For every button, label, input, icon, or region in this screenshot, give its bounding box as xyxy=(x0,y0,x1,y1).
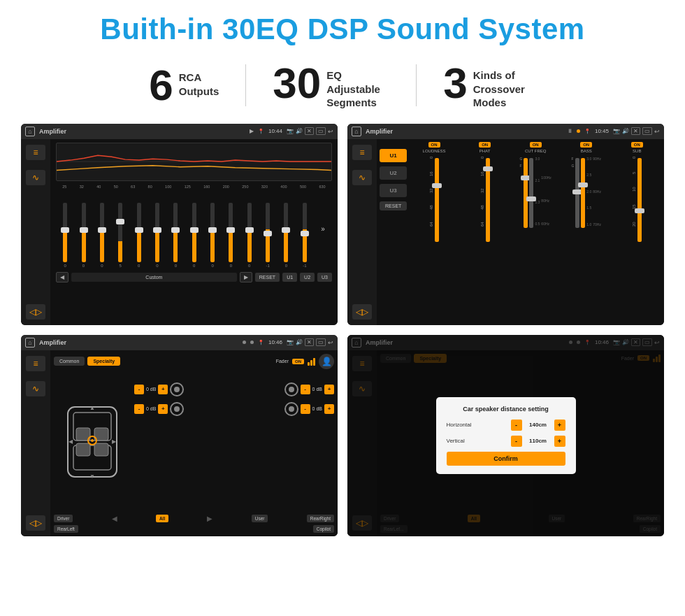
eq-mode-label[interactable]: Custom xyxy=(71,273,237,282)
bottom-right-speaker-control: - 0 dB + xyxy=(284,402,334,416)
amp-u2-btn[interactable]: U2 xyxy=(380,166,407,180)
bottom-right-db: 0 dB xyxy=(312,406,322,411)
home-icon-1 xyxy=(25,127,35,136)
bottom-left-db: 0 dB xyxy=(146,406,156,411)
amp-u3-btn[interactable]: U3 xyxy=(380,184,407,197)
eq-u3-button[interactable]: U3 xyxy=(317,273,332,282)
confirm-btn[interactable]: Confirm xyxy=(447,452,565,466)
amp-reset-btn[interactable]: RESET xyxy=(380,201,407,210)
wave-icon-3[interactable]: ∿ xyxy=(26,381,45,396)
fader-bars xyxy=(308,357,315,366)
top-left-speaker-circle xyxy=(170,382,184,396)
rear-left-btn[interactable]: RearLeft xyxy=(54,525,78,533)
fader-row: Fader ON 👤 xyxy=(276,354,334,369)
eq-prev-button[interactable]: ◀ xyxy=(56,272,68,282)
dialog-horizontal-control: - 140cm + xyxy=(511,420,565,431)
eq-icon-3[interactable]: ≡ xyxy=(26,356,45,371)
top-left-plus[interactable]: + xyxy=(158,385,168,394)
sub-slider[interactable] xyxy=(637,158,642,242)
amp-bass-col: ON BASS F G xyxy=(562,142,611,322)
loudness-slider[interactable] xyxy=(435,158,439,242)
status-dot-orange xyxy=(577,129,580,133)
eq-u2-button[interactable]: U2 xyxy=(300,273,315,282)
bass-slider2[interactable] xyxy=(581,158,585,228)
bottom-left-minus[interactable]: - xyxy=(134,404,144,414)
dialog-horizontal-row: Horizontal - 140cm + xyxy=(447,420,565,431)
user-btn[interactable]: User xyxy=(252,515,268,522)
eq-slider-7: 0 xyxy=(192,203,196,268)
wave-icon-2[interactable]: ∿ xyxy=(352,170,372,185)
screenshot-crossover: Amplifier 📍 10:46 📷 🔊 ✕ ▭ ↩ ≡ ∿ ◁▷ xyxy=(21,335,338,536)
vertical-value: 110cm xyxy=(525,438,551,444)
vertical-plus-btn[interactable]: + xyxy=(554,436,565,447)
eq-icon[interactable]: ≡ xyxy=(26,145,45,160)
left-sidebar-2: ≡ ∿ ◁▷ xyxy=(347,139,377,325)
all-btn[interactable]: All xyxy=(156,515,168,522)
fader-on-badge: ON xyxy=(292,359,304,364)
cutfreq-slider2[interactable] xyxy=(529,158,533,228)
person-icon[interactable]: 👤 xyxy=(319,354,334,369)
stats-row: 6 RCAOutputs 30 EQ AdjustableSegments 3 … xyxy=(21,62,664,110)
phat-on-badge: ON xyxy=(479,142,491,148)
wave-icon[interactable]: ∿ xyxy=(26,170,45,185)
play-icon-1: ▶ xyxy=(250,128,254,134)
eq-slider-2: 0 xyxy=(100,203,104,268)
dialog-vertical-label: Vertical xyxy=(447,438,485,444)
eq-slider-1: 0 xyxy=(82,203,86,268)
pause-icon: ⏸ xyxy=(567,128,572,134)
bottom-right-minus[interactable]: - xyxy=(301,404,310,414)
bottom-right-speaker-circle xyxy=(284,402,298,416)
amp-u1-btn[interactable]: U1 xyxy=(380,149,407,162)
top-left-minus[interactable]: - xyxy=(134,385,144,394)
eq-reset-button[interactable]: RESET xyxy=(255,273,280,282)
status-title-1: Amplifier xyxy=(39,128,245,135)
status-time-3: 10:46 xyxy=(268,339,282,345)
tab-specialty[interactable]: Specialty xyxy=(87,357,120,366)
eq-slider-3: 5 xyxy=(118,203,122,268)
phat-slider[interactable] xyxy=(486,158,490,242)
eq-slider-0: 0 xyxy=(63,203,67,268)
copilot-btn[interactable]: Copilot xyxy=(313,525,334,533)
vertical-minus-btn[interactable]: - xyxy=(511,436,522,447)
horizontal-plus-btn[interactable]: + xyxy=(554,420,565,431)
bottom-left-speaker-control: - 0 dB + xyxy=(134,402,281,416)
eq-icon-2[interactable]: ≡ xyxy=(352,145,372,160)
svg-text:▲: ▲ xyxy=(89,405,95,411)
speaker-icon-3[interactable]: ◁▷ xyxy=(26,515,45,531)
eq-u1-button[interactable]: U1 xyxy=(282,273,297,282)
stat-eq: 30 EQ AdjustableSegments xyxy=(246,62,416,110)
eq-next-button[interactable]: ▶ xyxy=(240,272,252,282)
eq-slider-4: 0 xyxy=(137,203,141,268)
top-right-minus[interactable]: - xyxy=(301,385,310,394)
loudness-on-badge: ON xyxy=(428,142,440,148)
cutfreq-slider1[interactable] xyxy=(524,158,528,228)
dialog-horizontal-label: Horizontal xyxy=(447,422,485,428)
arrow-right: ▶ xyxy=(207,515,212,522)
bottom-right-plus[interactable]: + xyxy=(324,404,334,414)
bass-slider1[interactable] xyxy=(575,158,579,228)
dialog-overlay: Car speaker distance setting Horizontal … xyxy=(347,350,664,536)
speaker-icon[interactable]: ◁▷ xyxy=(26,304,45,320)
svg-rect-6 xyxy=(76,443,90,456)
car-diagram-svg: ▲ ▼ ◀ ▶ xyxy=(54,393,131,491)
status-dot-3b xyxy=(250,341,254,344)
bottom-left-plus[interactable]: + xyxy=(158,404,168,414)
dialog-vertical-row: Vertical - 110cm + xyxy=(447,436,565,447)
driver-btn[interactable]: Driver xyxy=(54,515,73,522)
phat-label: PHAT xyxy=(480,149,491,153)
speaker-grid: - 0 dB + - 0 dB + xyxy=(54,372,334,512)
speaker-icon-2[interactable]: ◁▷ xyxy=(352,304,372,320)
horizontal-minus-btn[interactable]: - xyxy=(511,420,522,431)
status-bar-2: Amplifier ⏸ 📍 10:45 📷 🔊 ✕ ▭ ↩ xyxy=(347,124,664,139)
status-bar-1: Amplifier ▶ 📍 10:44 📷 🔊 ✕ ▭ ↩ xyxy=(21,124,338,139)
rear-right-btn[interactable]: RearRight xyxy=(307,515,334,522)
home-icon-2 xyxy=(352,127,361,136)
tab-common[interactable]: Common xyxy=(54,357,85,366)
eq-slider-10: 0 xyxy=(247,203,252,268)
top-right-plus[interactable]: + xyxy=(324,385,334,394)
screenshots-grid: Amplifier ▶ 📍 10:44 📷 🔊 ✕ ▭ ↩ ≡ ∿ ◁▷ xyxy=(21,124,664,536)
horizontal-value: 140cm xyxy=(525,422,551,428)
screen-content-2: ≡ ∿ ◁▷ U1 U2 U3 RESET xyxy=(347,139,664,325)
eq-slider-5: 0 xyxy=(155,203,159,268)
status-time-1: 10:44 xyxy=(268,128,282,134)
